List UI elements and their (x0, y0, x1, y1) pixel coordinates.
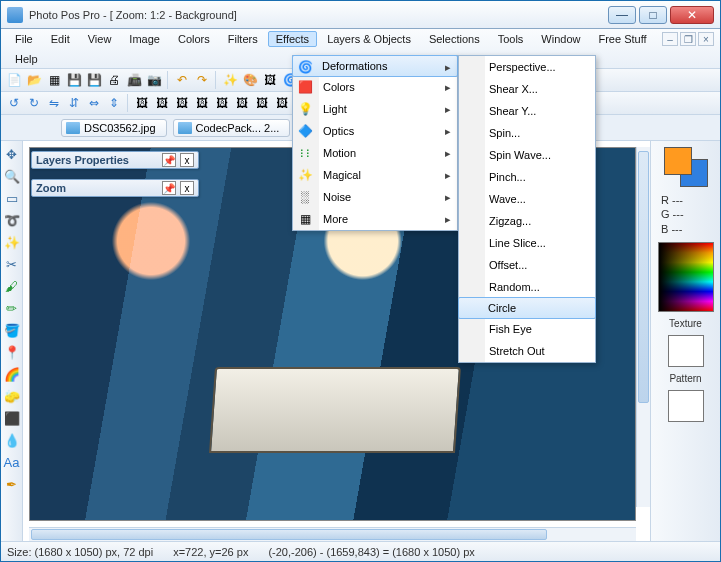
path-tool-icon[interactable]: ✒ (3, 475, 21, 493)
menu-spinwave[interactable]: Spin Wave... (459, 144, 595, 166)
print-icon[interactable]: 🖨 (105, 71, 123, 89)
menu-colors[interactable]: Colors (170, 31, 218, 47)
menu-circle[interactable]: Circle (458, 297, 596, 319)
menu-window[interactable]: Window (533, 31, 588, 47)
panel-zoom[interactable]: Zoom 📌 x (31, 179, 199, 197)
color-picker[interactable] (658, 242, 714, 312)
menu-edit[interactable]: Edit (43, 31, 78, 47)
menu-effects-motion[interactable]: ⫶⫶Motion▸ (293, 142, 457, 164)
menu-shearx[interactable]: Shear X... (459, 78, 595, 100)
text-tool-icon[interactable]: Aa (3, 453, 21, 471)
menu-effects-optics[interactable]: 🔷Optics▸ (293, 120, 457, 142)
gradient-tool-icon[interactable]: 🌈 (3, 365, 21, 383)
menu-pinch[interactable]: Pinch... (459, 166, 595, 188)
menu-offset[interactable]: Offset... (459, 254, 595, 276)
clone-tool-icon[interactable]: 📍 (3, 343, 21, 361)
menu-image[interactable]: Image (121, 31, 168, 47)
saveall-icon[interactable]: 💾 (85, 71, 103, 89)
preset8-icon[interactable]: 🖼 (273, 94, 291, 112)
save-icon[interactable]: 💾 (65, 71, 83, 89)
frame-icon[interactable]: 🖼 (261, 71, 279, 89)
new-icon[interactable]: 📄 (5, 71, 23, 89)
mdi-close-button[interactable]: × (698, 32, 714, 46)
scrollbar-thumb[interactable] (31, 529, 547, 540)
panel-layers-properties[interactable]: Layers Properties 📌 x (31, 151, 199, 169)
panel-close-button[interactable]: x (180, 153, 194, 167)
preset1-icon[interactable]: 🖼 (133, 94, 151, 112)
horizontal-scrollbar[interactable] (29, 527, 636, 541)
flip-h-icon[interactable]: ⇋ (45, 94, 63, 112)
menu-random[interactable]: Random... (459, 276, 595, 298)
menu-deformations[interactable]: 🌀Deformations▸ (292, 55, 458, 77)
scrollbar-thumb[interactable] (638, 151, 649, 403)
menu-filters[interactable]: Filters (220, 31, 266, 47)
pattern-swatch[interactable] (668, 390, 704, 422)
menu-sheary[interactable]: Shear Y... (459, 100, 595, 122)
menu-fisheye[interactable]: Fish Eye (459, 318, 595, 340)
adjust-icon[interactable]: 🎨 (241, 71, 259, 89)
crop-tool-icon[interactable]: ✂ (3, 255, 21, 273)
preset3-icon[interactable]: 🖼 (173, 94, 191, 112)
texture-swatch[interactable] (668, 335, 704, 367)
menu-effects[interactable]: Effects (268, 31, 317, 47)
preset4-icon[interactable]: 🖼 (193, 94, 211, 112)
pin-icon[interactable]: 📌 (162, 181, 176, 195)
menu-effects-colors[interactable]: 🟥Colors▸ (293, 76, 457, 98)
menu-view[interactable]: View (80, 31, 120, 47)
resize-icon[interactable]: ⇔ (85, 94, 103, 112)
maximize-button[interactable]: □ (639, 6, 667, 24)
wand-icon[interactable]: ✨ (221, 71, 239, 89)
color-swatches[interactable] (664, 147, 708, 187)
tab-document-1[interactable]: DSC03562.jpg (61, 119, 167, 137)
menu-layers[interactable]: Layers & Objects (319, 31, 419, 47)
menu-freestuff[interactable]: Free Stuff (590, 31, 654, 47)
pencil-tool-icon[interactable]: ✏ (3, 299, 21, 317)
eraser-tool-icon[interactable]: 🧽 (3, 387, 21, 405)
menu-effects-noise[interactable]: ░Noise▸ (293, 186, 457, 208)
vertical-scrollbar[interactable] (636, 147, 650, 507)
move-tool-icon[interactable]: ✥ (3, 145, 21, 163)
wand-tool-icon[interactable]: ✨ (3, 233, 21, 251)
undo-icon[interactable]: ↶ (173, 71, 191, 89)
scan-icon[interactable]: 📠 (125, 71, 143, 89)
menu-file[interactable]: File (7, 31, 41, 47)
grid-icon[interactable]: ▦ (45, 71, 63, 89)
menu-zigzag[interactable]: Zigzag... (459, 210, 595, 232)
foreground-color-swatch[interactable] (664, 147, 692, 175)
preset7-icon[interactable]: 🖼 (253, 94, 271, 112)
menu-stretch[interactable]: Stretch Out (459, 340, 595, 362)
rotate-cw-icon[interactable]: ↻ (25, 94, 43, 112)
menu-tools[interactable]: Tools (490, 31, 532, 47)
close-button[interactable]: ✕ (670, 6, 714, 24)
menu-spin[interactable]: Spin... (459, 122, 595, 144)
eyedrop-tool-icon[interactable]: 💧 (3, 431, 21, 449)
lasso-tool-icon[interactable]: ➰ (3, 211, 21, 229)
resize-v-icon[interactable]: ⇕ (105, 94, 123, 112)
fill-tool-icon[interactable]: 🪣 (3, 321, 21, 339)
mdi-minimize-button[interactable]: – (662, 32, 678, 46)
camera-icon[interactable]: 📷 (145, 71, 163, 89)
menu-wave[interactable]: Wave... (459, 188, 595, 210)
pin-icon[interactable]: 📌 (162, 153, 176, 167)
panel-close-button[interactable]: x (180, 181, 194, 195)
menu-perspective[interactable]: Perspective... (459, 56, 595, 78)
menu-effects-magical[interactable]: ✨Magical▸ (293, 164, 457, 186)
brush-tool-icon[interactable]: 🖌 (3, 277, 21, 295)
menu-effects-more[interactable]: ▦More▸ (293, 208, 457, 230)
preset5-icon[interactable]: 🖼 (213, 94, 231, 112)
menu-help[interactable]: Help (7, 51, 46, 67)
menu-effects-light[interactable]: 💡Light▸ (293, 98, 457, 120)
preset2-icon[interactable]: 🖼 (153, 94, 171, 112)
rotate-ccw-icon[interactable]: ↺ (5, 94, 23, 112)
minimize-button[interactable]: — (608, 6, 636, 24)
mdi-restore-button[interactable]: ❐ (680, 32, 696, 46)
zoom-tool-icon[interactable]: 🔍 (3, 167, 21, 185)
open-icon[interactable]: 📂 (25, 71, 43, 89)
marquee-tool-icon[interactable]: ▭ (3, 189, 21, 207)
redo-icon[interactable]: ↷ (193, 71, 211, 89)
tab-document-2[interactable]: CodecPack... 2... (173, 119, 291, 137)
menu-lineslice[interactable]: Line Slice... (459, 232, 595, 254)
flip-v-icon[interactable]: ⇵ (65, 94, 83, 112)
preset6-icon[interactable]: 🖼 (233, 94, 251, 112)
menu-selections[interactable]: Selections (421, 31, 488, 47)
